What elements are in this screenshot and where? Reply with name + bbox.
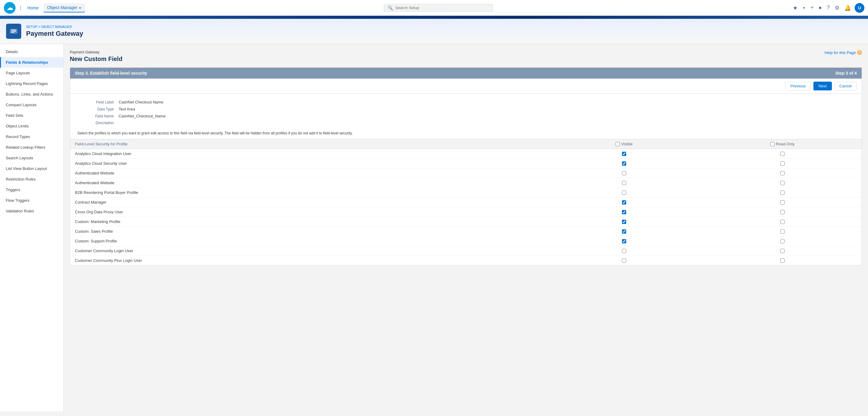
setup-breadcrumb-link[interactable]: SETUP bbox=[26, 25, 37, 29]
breadcrumb: SETUP > OBJECT MANAGER bbox=[26, 25, 83, 29]
sidebar-item-lightning-record-pages[interactable]: Lightning Record Pages bbox=[0, 78, 63, 89]
visible-checkbox[interactable] bbox=[622, 259, 626, 263]
table-row: Custom: Sales Profile bbox=[70, 227, 862, 236]
sidebar-item-page-layouts[interactable]: Page Layouts bbox=[0, 68, 63, 78]
help-link[interactable]: Help for this Page ? bbox=[825, 50, 862, 55]
readonly-checkbox[interactable] bbox=[780, 259, 784, 263]
object-manager-breadcrumb-link[interactable]: OBJECT MANAGER bbox=[41, 25, 72, 29]
sidebar-item-search-layouts[interactable]: Search Layouts bbox=[0, 153, 63, 163]
object-manager-nav-link[interactable]: Object Manager ▼ bbox=[43, 3, 85, 12]
visible-checkbox[interactable] bbox=[622, 190, 626, 195]
sidebar-item-fields-relationships[interactable]: Fields & Relationships bbox=[0, 57, 63, 68]
sidebar-item-flow-triggers[interactable]: Flow Triggers bbox=[0, 195, 63, 206]
user-avatar[interactable]: U bbox=[855, 3, 864, 13]
visible-checkbox[interactable] bbox=[622, 239, 626, 243]
visible-checkbox[interactable] bbox=[622, 200, 626, 205]
security-table: Field-Level Security for Profile Visible… bbox=[70, 139, 862, 266]
cancel-button[interactable]: Cancel bbox=[834, 82, 857, 90]
sidebar-item-triggers[interactable]: Triggers bbox=[0, 184, 63, 195]
sidebar-item-buttons-links-actions[interactable]: Buttons, Links, and Actions bbox=[0, 89, 63, 99]
readonly-checkbox[interactable] bbox=[780, 152, 784, 156]
help-link-label: Help for this Page bbox=[825, 50, 856, 55]
readonly-header-checkbox[interactable] bbox=[770, 142, 775, 146]
profile-name: Custom: Sales Profile bbox=[70, 227, 545, 236]
readonly-checkbox[interactable] bbox=[780, 229, 784, 234]
sidebar-item-related-lookup-filters[interactable]: Related Lookup Filters bbox=[0, 142, 63, 153]
col-header-readonly: Read-Only bbox=[703, 139, 862, 149]
visible-cell bbox=[545, 236, 703, 246]
sidebar-item-record-types[interactable]: Record Types bbox=[0, 131, 63, 142]
readonly-cell bbox=[703, 159, 862, 169]
content-area: Payment Gateway New Custom Field Help fo… bbox=[64, 44, 868, 411]
sidebar-item-details[interactable]: Details bbox=[0, 47, 63, 57]
sidebar-item-list-view-button-layout[interactable]: List View Button Layout bbox=[0, 163, 63, 174]
action-buttons: Previous Next Cancel bbox=[70, 79, 862, 94]
profile-name: Analytics Cloud Integration User bbox=[70, 149, 545, 159]
readonly-checkbox[interactable] bbox=[780, 220, 784, 224]
sidebar-item-object-limits[interactable]: Object Limits bbox=[0, 121, 63, 131]
nav-links: Home Object Manager ▼ bbox=[24, 3, 85, 12]
sidebar-item-compact-layouts[interactable]: Compact Layouts bbox=[0, 99, 63, 110]
profile-name: Customer Community Login User bbox=[70, 246, 545, 256]
search-input[interactable] bbox=[395, 5, 489, 10]
readonly-checkbox[interactable] bbox=[780, 200, 784, 205]
table-row: Cross Org Data Proxy User bbox=[70, 207, 862, 217]
visible-checkbox[interactable] bbox=[622, 220, 626, 224]
visible-checkbox[interactable] bbox=[622, 249, 626, 253]
sidebar-item-validation-rules[interactable]: Validation Rules bbox=[0, 206, 63, 216]
visible-checkbox[interactable] bbox=[622, 181, 626, 185]
step-header: Step 3. Establish field-level security S… bbox=[70, 68, 862, 79]
field-name-key: Field Name bbox=[78, 114, 114, 118]
sidebar-item-field-sets[interactable]: Field Sets bbox=[0, 110, 63, 121]
previous-button[interactable]: Previous bbox=[785, 82, 811, 90]
profile-name: B2B Reordering Portal Buyer Profile bbox=[70, 188, 545, 198]
profile-name: Authenticated Website bbox=[70, 178, 545, 188]
object-manager-dropdown-icon[interactable]: ▼ bbox=[79, 6, 82, 10]
readonly-checkbox[interactable] bbox=[780, 239, 784, 243]
page-title: Payment Gateway bbox=[26, 30, 83, 38]
add-icon[interactable]: + bbox=[809, 3, 815, 12]
profile-name: Authenticated Website bbox=[70, 169, 545, 178]
readonly-checkbox[interactable] bbox=[780, 190, 784, 195]
favorites-dropdown-icon[interactable]: ▼ bbox=[801, 5, 807, 11]
visible-cell bbox=[545, 217, 703, 227]
sidebar-item-restriction-rules[interactable]: Restriction Rules bbox=[0, 174, 63, 184]
app-launcher-icon[interactable]: ⁝ bbox=[20, 4, 21, 11]
salesforce-logo[interactable]: ☁ bbox=[4, 2, 16, 14]
visible-checkbox[interactable] bbox=[622, 161, 626, 166]
profile-name: Custom: Marketing Profile bbox=[70, 217, 545, 227]
visible-header-checkbox[interactable] bbox=[616, 142, 620, 146]
table-row: Custom: Marketing Profile bbox=[70, 217, 862, 227]
visible-cell bbox=[545, 256, 703, 266]
visible-checkbox[interactable] bbox=[622, 229, 626, 234]
readonly-checkbox[interactable] bbox=[780, 171, 784, 175]
visible-checkbox[interactable] bbox=[622, 171, 626, 175]
next-button[interactable]: Next bbox=[813, 82, 832, 90]
help-icon[interactable]: ? bbox=[826, 3, 831, 12]
readonly-checkbox[interactable] bbox=[780, 161, 784, 166]
visible-checkbox[interactable] bbox=[622, 152, 626, 156]
search-input-wrap: 🔍 bbox=[384, 4, 493, 12]
visible-cell bbox=[545, 207, 703, 217]
object-header: SETUP > OBJECT MANAGER Payment Gateway bbox=[0, 19, 868, 44]
visible-cell bbox=[545, 149, 703, 159]
description-key: Description bbox=[78, 121, 114, 125]
setup-icon[interactable]: ● bbox=[817, 3, 823, 12]
readonly-checkbox[interactable] bbox=[780, 249, 784, 253]
visible-checkbox[interactable] bbox=[622, 210, 626, 214]
readonly-checkbox[interactable] bbox=[780, 210, 784, 214]
col-header-visible: Visible bbox=[545, 139, 703, 149]
table-row: B2B Reordering Portal Buyer Profile bbox=[70, 188, 862, 198]
table-row: Analytics Cloud Integration User bbox=[70, 149, 862, 159]
step-title: Step 3. Establish field-level security bbox=[75, 71, 147, 76]
readonly-checkbox[interactable] bbox=[780, 181, 784, 185]
field-label-value: CashNet Checkout Name bbox=[119, 100, 854, 105]
readonly-cell bbox=[703, 178, 862, 188]
favorites-icon[interactable]: ★ bbox=[792, 3, 799, 12]
page-header-text: Payment Gateway New Custom Field bbox=[70, 50, 122, 62]
settings-icon[interactable]: ⚙ bbox=[833, 3, 841, 12]
profile-name: Custom: Support Profile bbox=[70, 236, 545, 246]
bell-icon[interactable]: 🔔 bbox=[843, 3, 852, 12]
profile-name: Cross Org Data Proxy User bbox=[70, 207, 545, 217]
home-nav-link[interactable]: Home bbox=[24, 4, 42, 12]
